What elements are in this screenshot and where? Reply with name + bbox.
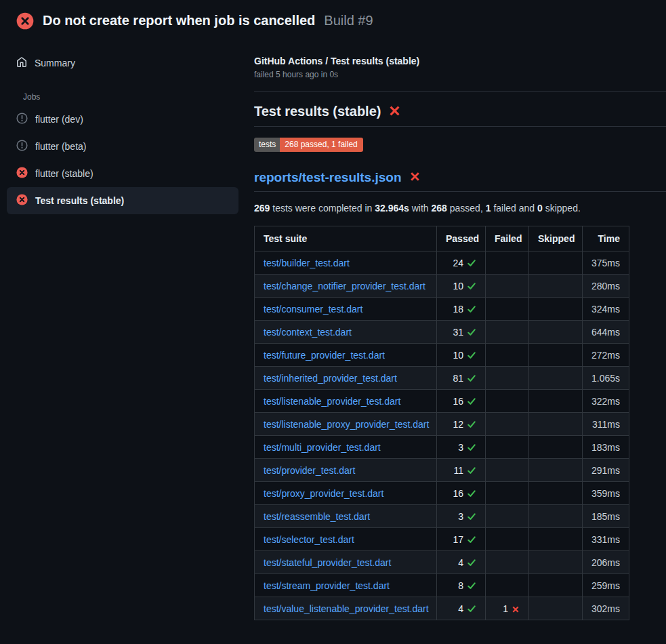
failed-cell: [486, 459, 529, 482]
time-cell: 259ms: [583, 574, 629, 597]
table-row: test/change_notifier_provider_test.dart1…: [255, 275, 629, 298]
tests-status-badge: tests 268 passed, 1 failed: [254, 138, 363, 152]
sidebar-job-item[interactable]: Test results (stable): [7, 187, 238, 214]
count-value: 81: [453, 373, 463, 384]
sidebar-job-item[interactable]: flutter (dev): [7, 106, 238, 133]
skipped-cell: [529, 528, 583, 551]
test-suite-link[interactable]: test/context_test.dart: [264, 327, 352, 338]
time-value: 185ms: [591, 511, 620, 522]
count-value: 18: [453, 304, 463, 315]
table-header-row: Test suitePassedFailedSkippedTime: [255, 226, 629, 251]
skipped-cell: [529, 298, 583, 321]
check-icon: [467, 580, 476, 591]
sidebar-job-item[interactable]: flutter (beta): [7, 133, 238, 160]
time-cell: 206ms: [583, 551, 629, 574]
section-title: Test results (stable): [254, 104, 381, 119]
passed-cell: 16: [437, 482, 486, 505]
suite-cell: test/inherited_provider_test.dart: [255, 367, 437, 390]
time-value: 272ms: [591, 350, 620, 361]
test-suite-link[interactable]: test/listenable_proxy_provider_test.dart: [264, 419, 429, 430]
report-file-link[interactable]: reports/test-results.json: [254, 170, 402, 185]
test-suite-link[interactable]: test/provider_test.dart: [264, 465, 355, 476]
x-icon: [388, 104, 401, 119]
passed-cell: 17: [437, 528, 486, 551]
failed-cell: [486, 298, 529, 321]
test-suite-link[interactable]: test/reassemble_test.dart: [264, 511, 370, 522]
table-row: test/listenable_proxy_provider_test.dart…: [255, 413, 629, 436]
alert-circle-icon: [16, 140, 28, 153]
results-table: Test suitePassedFailedSkippedTime test/b…: [254, 226, 629, 620]
passed-cell: 18: [437, 298, 486, 321]
divider: [254, 91, 666, 92]
summary-segment: 1: [486, 203, 491, 214]
count-value: 12: [453, 419, 463, 430]
test-suite-link[interactable]: test/builder_test.dart: [264, 258, 350, 268]
sidebar-summary-label: Summary: [35, 58, 75, 68]
time-value: 375ms: [591, 258, 620, 268]
check-icon: [467, 258, 476, 268]
test-suite-link[interactable]: test/value_listenable_provider_test.dart: [264, 603, 429, 614]
count-value: 24: [453, 258, 463, 268]
time-cell: 302ms: [583, 597, 629, 620]
job-label: Test results (stable): [35, 195, 124, 206]
test-suite-link[interactable]: test/consumer_test.dart: [264, 304, 362, 315]
test-suite-link[interactable]: test/listenable_provider_test.dart: [264, 396, 400, 407]
suite-cell: test/selector_test.dart: [255, 528, 437, 551]
count-value: 10: [453, 350, 463, 361]
time-cell: 311ms: [583, 413, 629, 436]
suite-cell: test/consumer_test.dart: [255, 298, 437, 321]
test-suite-link[interactable]: test/selector_test.dart: [264, 534, 354, 545]
summary-segment: failed and: [491, 203, 538, 214]
x-icon: [409, 171, 421, 184]
failed-cell: [486, 344, 529, 367]
time-cell: 185ms: [583, 505, 629, 528]
home-icon: [16, 57, 27, 70]
table-row: test/stream_provider_test.dart8259ms: [255, 574, 629, 597]
sidebar-item-summary[interactable]: Summary: [7, 54, 238, 72]
time-value: 259ms: [591, 580, 620, 591]
jobs-list: flutter (dev)flutter (beta)flutter (stab…: [7, 106, 254, 214]
time-value: 644ms: [591, 327, 620, 338]
test-suite-link[interactable]: test/change_notifier_provider_test.dart: [264, 281, 425, 291]
check-icon: [467, 488, 476, 499]
check-icon: [467, 327, 476, 338]
summary-segment: 269: [254, 203, 270, 214]
table-row: test/future_provider_test.dart10272ms: [255, 344, 629, 367]
passed-cell: 4: [437, 551, 486, 574]
time-cell: 375ms: [583, 251, 629, 275]
passed-cell: 10: [437, 275, 486, 298]
table-row: test/consumer_test.dart18324ms: [255, 298, 629, 321]
passed-cell: 16: [437, 390, 486, 413]
failed-cell: [486, 436, 529, 459]
test-suite-link[interactable]: test/stateful_provider_test.dart: [264, 557, 391, 568]
skipped-cell: [529, 275, 583, 298]
failed-cell: [486, 413, 529, 436]
test-suite-link[interactable]: test/multi_provider_test.dart: [264, 442, 381, 453]
table-row: test/builder_test.dart24375ms: [255, 251, 629, 275]
count-value: 3: [458, 442, 463, 453]
passed-cell: 4: [437, 597, 486, 620]
failed-cell: 1: [486, 597, 529, 620]
job-label: flutter (beta): [35, 141, 86, 152]
time-value: 280ms: [591, 281, 620, 291]
test-suite-link[interactable]: test/proxy_provider_test.dart: [264, 488, 383, 499]
test-suite-link[interactable]: test/stream_provider_test.dart: [264, 580, 390, 591]
failed-cell: [486, 528, 529, 551]
table-row: test/reassemble_test.dart3185ms: [255, 505, 629, 528]
skipped-cell: [529, 251, 583, 275]
skipped-cell: [529, 390, 583, 413]
check-icon: [467, 281, 476, 291]
column-header: Time: [583, 226, 629, 251]
count-value: 16: [453, 396, 463, 407]
passed-cell: 11: [437, 459, 486, 482]
check-icon: [467, 557, 476, 568]
time-cell: 183ms: [583, 436, 629, 459]
failed-cell: [486, 390, 529, 413]
skipped-cell: [529, 459, 583, 482]
suite-cell: test/reassemble_test.dart: [255, 505, 437, 528]
test-suite-link[interactable]: test/future_provider_test.dart: [264, 350, 385, 361]
time-value: 1.065s: [591, 373, 620, 384]
sidebar-job-item[interactable]: flutter (stable): [7, 160, 238, 187]
badge-label: tests: [254, 138, 280, 152]
test-suite-link[interactable]: test/inherited_provider_test.dart: [264, 373, 397, 384]
